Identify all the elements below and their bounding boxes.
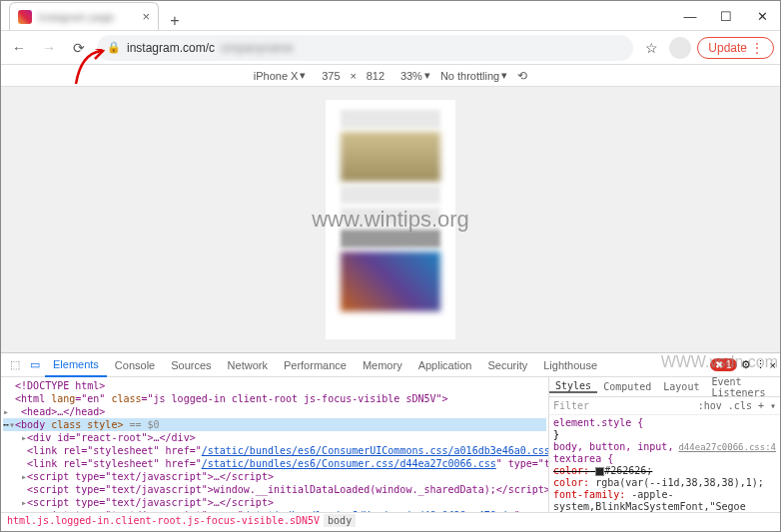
annotation-arrow (71, 49, 121, 92)
styles-tabs: Styles Computed Layout Event Listeners (549, 377, 780, 397)
minimize-button[interactable]: — (672, 2, 708, 30)
throttle-select[interactable]: No throttling ▾ (440, 69, 507, 82)
tab-performance[interactable]: Performance (276, 353, 355, 377)
tab-layout[interactable]: Layout (657, 381, 705, 392)
tab-sources[interactable]: Sources (163, 353, 219, 377)
breadcrumb[interactable]: html.js.logged-in.client-root.js-focus-v… (1, 512, 780, 530)
address-bar[interactable]: 🔒 instagram.com/companyname (97, 35, 633, 61)
browser-tab[interactable]: Instagram page × (9, 2, 159, 30)
viewport: www.wintips.org (1, 87, 780, 352)
tab-computed[interactable]: Computed (597, 381, 657, 392)
tab-memory[interactable]: Memory (355, 353, 410, 377)
styles-filter[interactable]: Filter :hov.cls+▾ (549, 397, 780, 415)
height-input[interactable] (361, 70, 390, 82)
elements-tree[interactable]: <!DOCTYPE html> <html lang="en" class="j… (1, 377, 548, 512)
forward-button[interactable]: → (37, 36, 61, 60)
new-tab-button[interactable]: + (163, 12, 187, 30)
watermark: www.wintips.org (312, 207, 469, 233)
close-window-button[interactable]: ✕ (744, 2, 780, 30)
profile-avatar[interactable] (669, 37, 691, 59)
inspect-icon[interactable]: ⬚ (5, 358, 25, 371)
window-controls: — ☐ ✕ (672, 2, 780, 30)
rotate-icon[interactable]: ⟲ (517, 69, 527, 83)
watermark-right: WWW.vsdn.com (661, 353, 778, 371)
chevron-down-icon: ▾ (300, 69, 306, 82)
styles-rules[interactable]: element.style { } d44ea27c0066.css:4body… (549, 415, 780, 512)
url-blur: ompanyname (221, 41, 294, 55)
devtools-panel: ⬚ ▭ Elements Console Sources Network Per… (1, 352, 780, 530)
tab-security[interactable]: Security (479, 353, 535, 377)
tab-application[interactable]: Application (410, 353, 480, 377)
tab-styles[interactable]: Styles (549, 380, 597, 393)
url-text: instagram.com/c (127, 41, 215, 55)
device-select[interactable]: iPhone X ▾ (254, 69, 307, 82)
tab-console[interactable]: Console (107, 353, 163, 377)
hov-toggle[interactable]: :hov (698, 400, 722, 411)
content-image (341, 132, 440, 182)
instagram-favicon (18, 10, 32, 24)
devtools-body: <!DOCTYPE html> <html lang="en" class="j… (1, 377, 780, 512)
add-rule-icon[interactable]: + (758, 400, 764, 411)
tab-title: Instagram page (38, 11, 136, 23)
browser-window: Instagram page × + — ☐ ✕ ← → ⟳ 🔒 instagr… (0, 0, 781, 532)
tab-eventlisteners[interactable]: Event Listeners (705, 377, 780, 398)
titlebar: Instagram page × + — ☐ ✕ (1, 1, 780, 31)
star-icon[interactable]: ☆ (639, 36, 663, 60)
dimensions: × (316, 70, 390, 82)
maximize-button[interactable]: ☐ (708, 2, 744, 30)
content-row (341, 110, 440, 128)
width-input[interactable] (316, 70, 346, 82)
back-button[interactable]: ← (7, 36, 31, 60)
tab-lighthouse[interactable]: Lighthouse (535, 353, 605, 377)
more-icon[interactable]: ▾ (770, 400, 776, 411)
update-button[interactable]: Update⋮ (697, 37, 774, 59)
cls-toggle[interactable]: .cls (728, 400, 752, 411)
styles-pane: Styles Computed Layout Event Listeners F… (548, 377, 780, 512)
tab-elements[interactable]: Elements (45, 353, 107, 377)
device-toggle-icon[interactable]: ▭ (25, 358, 45, 371)
tab-network[interactable]: Network (220, 353, 276, 377)
content-row (341, 186, 440, 204)
close-tab-icon[interactable]: × (142, 9, 150, 24)
zoom-select[interactable]: 33% ▾ (400, 69, 430, 82)
content-image (341, 252, 440, 311)
